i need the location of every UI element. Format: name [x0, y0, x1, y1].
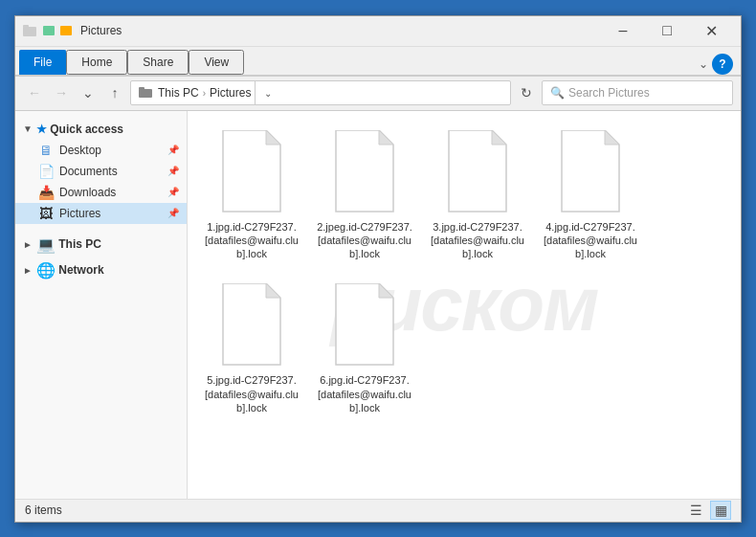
file-name-3: 3.jpg.id-C279F237.[datafiles@waifu.club]…: [429, 220, 526, 261]
list-view-button[interactable]: ☰: [685, 501, 706, 520]
file-name-2: 2.jpeg.id-C279F237.[datafiles@waifu.club…: [316, 220, 413, 261]
svg-marker-13: [605, 130, 619, 145]
quick-access-chevron-icon: ▼: [23, 123, 33, 134]
view-controls: ☰ ▦: [685, 501, 731, 520]
sidebar-desktop-label: Desktop: [59, 144, 162, 157]
title-bar-icons: [23, 24, 73, 37]
quick-access-label: Quick access: [50, 123, 123, 136]
file-icon-3: [439, 130, 516, 216]
address-bar: ← → ⌄ ↑ This PC › Pictures ⌄ ↻ 🔍 Search …: [15, 77, 741, 111]
sidebar-this-pc-header[interactable]: ► 💻 This PC: [15, 232, 187, 257]
svg-marker-17: [379, 283, 393, 298]
sidebar-pictures-label: Pictures: [59, 207, 162, 220]
file-area: риском 1.jpg.id-C279F237.[datafiles@waif…: [188, 111, 741, 499]
ribbon-tab-bar: File Home Share View ⌄ ?: [15, 47, 741, 76]
search-icon: 🔍: [550, 86, 565, 100]
address-path[interactable]: This PC › Pictures ⌄: [130, 80, 511, 105]
sidebar-item-downloads[interactable]: 📥 Downloads 📌: [15, 182, 187, 203]
file-name-5: 5.jpg.id-C279F237.[datafiles@waifu.club]…: [203, 373, 300, 414]
sidebar-documents-label: Documents: [59, 165, 162, 178]
file-icon-1: [213, 130, 290, 216]
close-button[interactable]: ✕: [689, 16, 733, 45]
search-box[interactable]: 🔍 Search Pictures: [542, 80, 733, 105]
ribbon: File Home Share View ⌄ ?: [15, 47, 741, 77]
sidebar-item-desktop[interactable]: 🖥 Desktop 📌: [15, 140, 187, 161]
sidebar-network-header[interactable]: ► 🌐 Network: [15, 257, 187, 283]
svg-rect-3: [60, 26, 72, 35]
svg-rect-5: [139, 87, 145, 90]
file-icon-4: [552, 130, 629, 216]
svg-marker-9: [379, 130, 393, 145]
sidebar-quick-access-header[interactable]: ▼ ★ Quick access: [15, 119, 187, 140]
tab-home[interactable]: Home: [66, 50, 127, 75]
network-icon: 🌐: [36, 261, 56, 280]
path-arrow-1: ›: [203, 88, 206, 99]
desktop-icon: 🖥: [38, 143, 54, 158]
path-folder-icon: [139, 86, 154, 100]
tab-share[interactable]: Share: [127, 50, 189, 75]
status-bar: 6 items ☰ ▦: [15, 499, 741, 522]
pictures-pin-icon: 📌: [167, 208, 179, 218]
list-item[interactable]: 2.jpeg.id-C279F237.[datafiles@waifu.club…: [312, 123, 417, 269]
path-pictures: Pictures: [210, 86, 251, 100]
pictures-icon: 🖼: [38, 206, 54, 221]
item-count: 6 items: [25, 503, 62, 517]
sidebar-downloads-label: Downloads: [59, 186, 162, 199]
list-item[interactable]: 6.jpg.id-C279F237.[datafiles@waifu.club]…: [312, 276, 417, 422]
file-name-1: 1.jpg.id-C279F237.[datafiles@waifu.club]…: [203, 220, 300, 261]
sidebar-item-pictures[interactable]: 🖼 Pictures 📌: [15, 203, 187, 224]
this-pc-label: This PC: [58, 237, 101, 251]
svg-rect-1: [23, 25, 29, 28]
this-pc-computer-icon: 💻: [36, 235, 56, 254]
ribbon-collapse-icon[interactable]: ⌄: [699, 57, 708, 71]
downloads-pin-icon: 📌: [167, 187, 179, 197]
title-bar: Pictures – □ ✕: [15, 16, 741, 47]
back-button[interactable]: ←: [23, 81, 46, 104]
recent-button[interactable]: ⌄: [77, 81, 100, 104]
svg-rect-2: [43, 26, 55, 35]
main-content: ▼ ★ Quick access 🖥 Desktop 📌 📄 Documents…: [15, 111, 741, 499]
list-item[interactable]: 4.jpg.id-C279F237.[datafiles@waifu.club]…: [538, 123, 643, 269]
list-item[interactable]: 5.jpg.id-C279F237.[datafiles@waifu.club]…: [199, 276, 304, 422]
sidebar: ▼ ★ Quick access 🖥 Desktop 📌 📄 Documents…: [15, 111, 188, 499]
network-label: Network: [58, 263, 103, 277]
svg-marker-11: [492, 130, 506, 145]
this-pc-chevron-icon: ►: [23, 239, 33, 250]
file-explorer-window: Pictures – □ ✕ File Home Share View ⌄ ? …: [14, 15, 742, 523]
sidebar-item-documents[interactable]: 📄 Documents 📌: [15, 161, 187, 182]
title-icon-2: [42, 24, 56, 37]
grid-view-button[interactable]: ▦: [710, 501, 731, 520]
svg-rect-0: [23, 27, 36, 36]
desktop-pin-icon: 📌: [167, 145, 179, 155]
up-button[interactable]: ↑: [103, 81, 126, 104]
window-title: Pictures: [80, 24, 601, 37]
refresh-button[interactable]: ↻: [515, 81, 538, 104]
svg-rect-4: [139, 89, 152, 98]
tab-file[interactable]: File: [19, 50, 66, 75]
forward-button[interactable]: →: [50, 81, 73, 104]
path-this-pc: This PC: [158, 86, 199, 100]
help-button[interactable]: ?: [712, 54, 733, 75]
search-placeholder: Search Pictures: [568, 86, 650, 100]
quick-access-star-icon: ★: [36, 123, 47, 136]
files-grid: 1.jpg.id-C279F237.[datafiles@waifu.club]…: [199, 123, 729, 423]
maximize-button[interactable]: □: [645, 16, 689, 45]
ribbon-right: ⌄ ?: [699, 54, 737, 75]
svg-marker-7: [266, 130, 280, 145]
title-icon-1: [23, 24, 38, 37]
documents-pin-icon: 📌: [167, 166, 179, 176]
file-name-4: 4.jpg.id-C279F237.[datafiles@waifu.club]…: [542, 220, 639, 261]
minimize-button[interactable]: –: [601, 16, 645, 45]
file-icon-5: [213, 283, 290, 369]
path-dropdown-button[interactable]: ⌄: [255, 80, 279, 105]
documents-icon: 📄: [38, 164, 54, 179]
title-icon-3: [59, 24, 73, 37]
file-icon-2: [326, 130, 403, 216]
list-item[interactable]: 1.jpg.id-C279F237.[datafiles@waifu.club]…: [199, 123, 304, 269]
svg-marker-15: [266, 283, 280, 298]
file-icon-6: [326, 283, 403, 369]
tab-view[interactable]: View: [189, 50, 244, 75]
downloads-icon: 📥: [38, 185, 54, 200]
window-controls: – □ ✕: [601, 16, 733, 45]
list-item[interactable]: 3.jpg.id-C279F237.[datafiles@waifu.club]…: [425, 123, 530, 269]
